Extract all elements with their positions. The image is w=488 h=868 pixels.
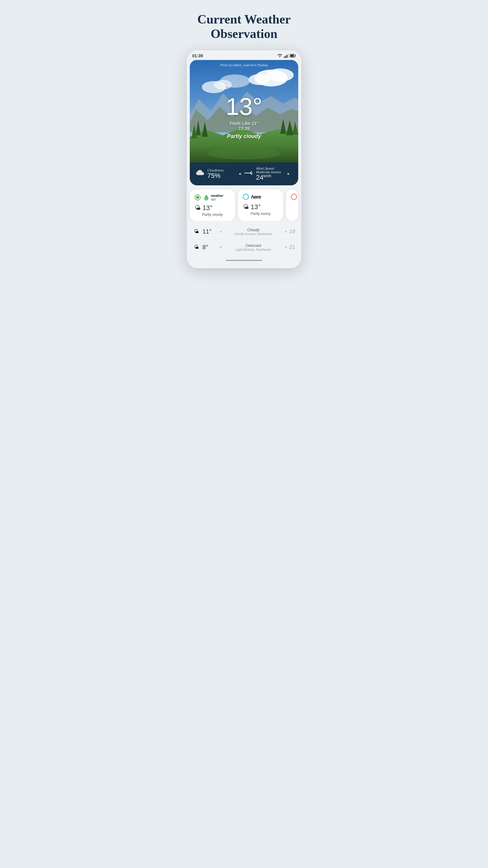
forecast-icon-0: 🌤 bbox=[193, 229, 200, 234]
forecast-dot-0 bbox=[220, 231, 221, 232]
weather-details-bar: Cloudiness 75% 4 bbox=[190, 162, 298, 185]
weather-api-logo: weather api bbox=[203, 194, 224, 201]
provider-card-here[interactable]: here 🌤 13° Partly sunny bbox=[238, 190, 283, 221]
provider-temp-here: 🌤 13° bbox=[243, 203, 278, 211]
weather-main-info: 13° Feels Like 11° 15:39 Partly cloudy bbox=[226, 95, 262, 140]
provider-header-weather-api: weather api bbox=[195, 194, 230, 201]
status-bar: 01:39 bbox=[187, 50, 301, 60]
signal-icon bbox=[284, 54, 289, 58]
svg-rect-2 bbox=[287, 55, 287, 58]
provider-radio-third[interactable] bbox=[291, 194, 297, 200]
temperature-display: 13° bbox=[226, 95, 262, 119]
wifi-icon bbox=[277, 54, 283, 58]
home-indicator bbox=[226, 260, 262, 261]
forecast-row-0: 🌤 11° Cloudy Gentle breeze, Northwest 18 bbox=[190, 224, 298, 240]
svg-point-13 bbox=[220, 74, 250, 88]
cloudiness-value: 75% bbox=[207, 172, 224, 179]
page-wrapper: Current WeatherObservation 01:39 bbox=[181, 12, 307, 268]
svg-point-23 bbox=[208, 147, 280, 159]
svg-rect-6 bbox=[295, 55, 296, 56]
photo-credit: Photo by riddick_soad from Pixabay bbox=[190, 64, 298, 67]
feels-like: Feels Like 11° bbox=[226, 121, 262, 126]
cloudiness-detail: Cloudiness 75% bbox=[196, 168, 236, 179]
status-time: 01:39 bbox=[192, 53, 203, 58]
condition-text: Partly cloudy bbox=[226, 133, 262, 140]
provider-temp-weather-api: 🌤 13° bbox=[195, 204, 230, 212]
cloudiness-info: Cloudiness 75% bbox=[207, 168, 224, 179]
provider-header-here: here bbox=[243, 194, 278, 200]
forecast-dot-0b bbox=[285, 231, 287, 232]
phone-shell: 01:39 bbox=[187, 50, 301, 268]
cloud-icon bbox=[196, 170, 205, 178]
weather-background: Photo by riddick_soad from Pixabay 13° F… bbox=[190, 60, 298, 162]
forecast-condition-1: Overcast Light Breeze, Northwest bbox=[224, 243, 283, 251]
forecast-temp-1: 8° bbox=[202, 244, 218, 251]
forecast-num-0: 18 bbox=[289, 228, 295, 235]
provider-radio-here[interactable] bbox=[243, 194, 249, 200]
forecast-temp-0: 11° bbox=[202, 228, 218, 235]
cloudiness-label: Cloudiness bbox=[207, 168, 224, 172]
page-title: Current WeatherObservation bbox=[197, 12, 291, 41]
svg-point-9 bbox=[267, 68, 294, 82]
svg-rect-0 bbox=[284, 57, 285, 58]
forecast-section: 🌤 11° Cloudy Gentle breeze, Northwest 18… bbox=[187, 221, 301, 255]
svg-rect-3 bbox=[288, 54, 289, 58]
wind-label: Wind SpeedModerate breeze bbox=[256, 167, 281, 174]
forecast-num-1: 21 bbox=[289, 244, 295, 250]
weather-card: Photo by riddick_soad from Pixabay 13° F… bbox=[190, 60, 298, 185]
forecast-row-1: 🌤 8° Overcast Light Breeze, Northwest 21 bbox=[190, 240, 298, 255]
wind-info: Wind SpeedModerate breeze 24km/h bbox=[256, 167, 281, 181]
divider-dot bbox=[239, 173, 241, 175]
forecast-condition-0: Cloudy Gentle breeze, Northwest bbox=[224, 227, 283, 236]
forecast-condition-main-0: Cloudy bbox=[224, 227, 283, 232]
forecast-condition-main-1: Overcast bbox=[224, 243, 283, 248]
status-icons bbox=[277, 54, 296, 58]
forecast-condition-sub-0: Gentle breeze, Northwest bbox=[224, 232, 283, 236]
provider-condition-weather-api: Partly cloudy bbox=[195, 213, 230, 217]
provider-card-weather-api[interactable]: weather api 🌤 13° Partly cloudy bbox=[190, 190, 235, 221]
partly-sunny-icon: 🌤 bbox=[243, 204, 249, 210]
wind-icon: 4 bbox=[244, 169, 254, 179]
partly-cloudy-icon: 🌤 bbox=[195, 204, 201, 211]
provider-card-third[interactable] bbox=[286, 190, 298, 221]
weather-api-drop-icon bbox=[203, 194, 210, 201]
forecast-condition-sub-1: Light Breeze, Northwest bbox=[224, 248, 283, 251]
battery-icon bbox=[290, 54, 296, 58]
forecast-dot-1 bbox=[220, 247, 221, 248]
provider-condition-here: Partly sunny bbox=[243, 212, 278, 216]
here-logo: here bbox=[251, 194, 261, 200]
provider-radio-weather-api[interactable] bbox=[195, 194, 201, 200]
forecast-dot-1b bbox=[285, 247, 287, 248]
svg-point-10 bbox=[249, 74, 270, 85]
wind-detail: 4 Wind SpeedModerate breeze 24km/h bbox=[244, 167, 284, 181]
forecast-icon-1: 🌤 bbox=[193, 244, 200, 250]
observation-time: 15:39 bbox=[226, 126, 262, 131]
provider-section: weather api 🌤 13° Partly cloudy here bbox=[187, 185, 301, 221]
svg-rect-5 bbox=[290, 55, 294, 57]
divider-dot-2 bbox=[287, 173, 289, 175]
wind-value: 24km/h bbox=[256, 174, 281, 181]
svg-text:4: 4 bbox=[251, 172, 253, 174]
svg-rect-1 bbox=[285, 56, 286, 58]
